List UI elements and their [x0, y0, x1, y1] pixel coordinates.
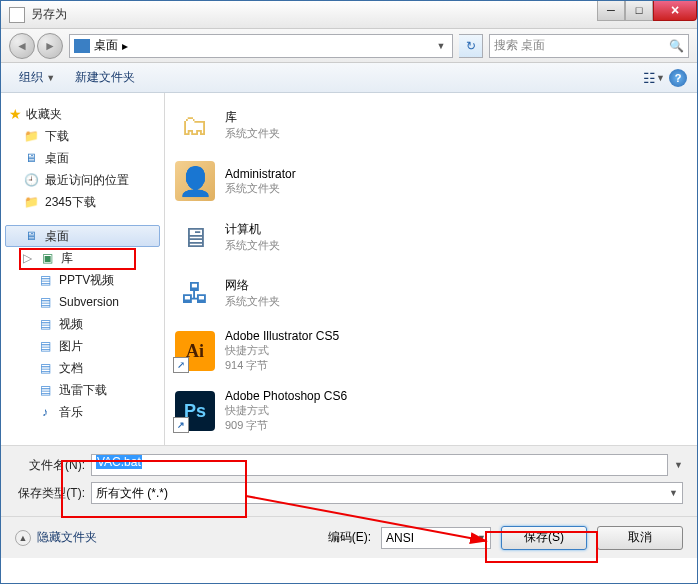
sidebar-item-pptv[interactable]: ▤PPTV视频 [5, 269, 160, 291]
list-item[interactable]: Ps Adobe Photoshop CS6快捷方式909 字节 [175, 385, 687, 437]
network-icon: 🖧 [175, 273, 215, 313]
refresh-button[interactable]: ↻ [459, 34, 483, 58]
maximize-button[interactable]: □ [625, 1, 653, 21]
desktop-icon [74, 39, 90, 53]
sidebar-item-desktop[interactable]: 🖥桌面 [5, 225, 160, 247]
help-button[interactable]: ? [669, 69, 687, 87]
sidebar-item-music[interactable]: ♪音乐 [5, 401, 160, 423]
video-icon: ▤ [37, 317, 53, 331]
cancel-button[interactable]: 取消 [597, 526, 683, 550]
back-button[interactable]: ◄ [9, 33, 35, 59]
navbar: ◄ ► 桌面 ▸ ▼ ↻ 搜索 桌面 🔍 [1, 29, 697, 63]
favorites-header[interactable]: ★收藏夹 [5, 103, 160, 125]
sidebar-item-desktop-fav[interactable]: 🖥桌面 [5, 147, 160, 169]
sidebar-item-pictures[interactable]: ▤图片 [5, 335, 160, 357]
breadcrumb-location: 桌面 [94, 37, 118, 54]
annotation-highlight [485, 531, 598, 563]
music-icon: ♪ [37, 405, 53, 419]
pictures-icon: ▤ [37, 339, 53, 353]
annotation-highlight [61, 460, 247, 518]
window-title: 另存为 [31, 6, 67, 23]
sidebar-item-video[interactable]: ▤视频 [5, 313, 160, 335]
file-list[interactable]: 🗂 库系统文件夹 👤 Administrator系统文件夹 🖥 计算机系统文件夹… [165, 93, 697, 445]
breadcrumb-arrow: ▸ [122, 39, 128, 53]
sidebar-item-svn[interactable]: ▤Subversion [5, 291, 160, 313]
app-icon [9, 7, 25, 23]
library-icon: 🗂 [175, 105, 215, 145]
folder-icon: ▤ [37, 383, 53, 397]
annotation-highlight [19, 248, 136, 270]
illustrator-icon: Ai [175, 331, 215, 371]
photoshop-icon: Ps [175, 391, 215, 431]
organize-menu[interactable]: 组织 ▼ [11, 66, 63, 89]
new-folder-button[interactable]: 新建文件夹 [67, 66, 143, 89]
sidebar-item-recent[interactable]: 🕘最近访问的位置 [5, 169, 160, 191]
documents-icon: ▤ [37, 361, 53, 375]
collapse-icon: ▲ [15, 530, 31, 546]
sidebar-item-xunlei[interactable]: ▤迅雷下载 [5, 379, 160, 401]
view-options-button[interactable]: ☷ ▼ [643, 69, 665, 87]
list-item[interactable]: 🖥 计算机系统文件夹 [175, 213, 687, 261]
window-controls: ─ □ × [597, 1, 697, 21]
breadcrumb[interactable]: 桌面 ▸ ▼ [69, 34, 453, 58]
search-placeholder: 搜索 桌面 [494, 37, 545, 54]
chevron-down-icon: ▼ [669, 488, 678, 498]
encoding-label: 编码(E): [328, 529, 371, 546]
forward-button[interactable]: ► [37, 33, 63, 59]
encoding-combo[interactable]: ANSI▼ [381, 527, 491, 549]
video-icon: ▤ [37, 273, 53, 287]
sidebar-item-downloads[interactable]: 📁下载 [5, 125, 160, 147]
list-item[interactable]: Ai Adobe Illustrator CS5快捷方式914 字节 [175, 325, 687, 377]
list-item[interactable]: 🗂 库系统文件夹 [175, 101, 687, 149]
folder-icon: ▤ [37, 295, 53, 309]
chevron-down-icon[interactable]: ▼ [674, 460, 683, 470]
breadcrumb-dropdown-icon[interactable]: ▼ [434, 41, 448, 51]
hide-folders-toggle[interactable]: ▲ 隐藏文件夹 [15, 529, 97, 546]
folder-icon: 📁 [23, 129, 39, 143]
save-as-dialog: 另存为 ─ □ × ◄ ► 桌面 ▸ ▼ ↻ 搜索 桌面 🔍 组织 ▼ 新建文件… [0, 0, 698, 584]
list-item[interactable]: 🖧 网络系统文件夹 [175, 269, 687, 317]
close-button[interactable]: × [653, 1, 697, 21]
favorites-star-icon: ★ [9, 106, 22, 122]
user-folder-icon: 👤 [175, 161, 215, 201]
desktop-icon: 🖥 [23, 229, 39, 243]
folder-icon: 📁 [23, 195, 39, 209]
computer-icon: 🖥 [175, 217, 215, 257]
chevron-down-icon: ▼ [46, 73, 55, 83]
search-input[interactable]: 搜索 桌面 🔍 [489, 34, 689, 58]
desktop-icon: 🖥 [23, 151, 39, 165]
recent-places-icon: 🕘 [23, 173, 39, 187]
toolbar: 组织 ▼ 新建文件夹 ☷ ▼ ? [1, 63, 697, 93]
titlebar: 另存为 ─ □ × [1, 1, 697, 29]
sidebar-item-2345[interactable]: 📁2345下载 [5, 191, 160, 213]
minimize-button[interactable]: ─ [597, 1, 625, 21]
sidebar-item-documents[interactable]: ▤文档 [5, 357, 160, 379]
list-item[interactable]: 👤 Administrator系统文件夹 [175, 157, 687, 205]
search-icon: 🔍 [669, 39, 684, 53]
